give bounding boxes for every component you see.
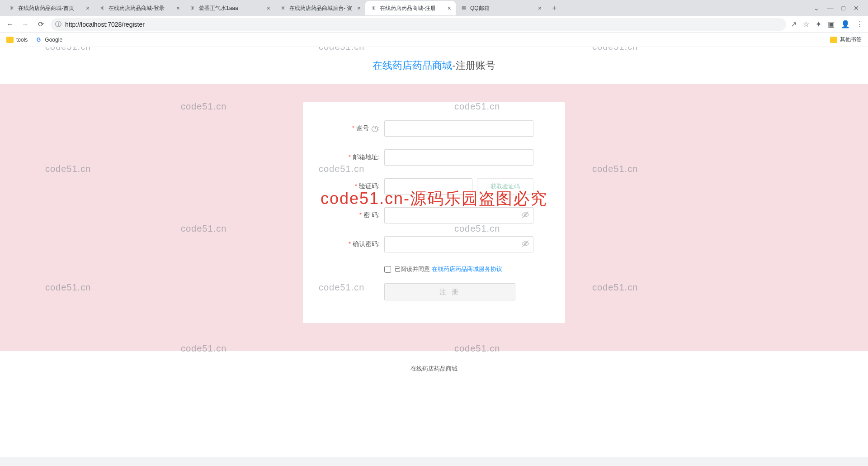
google-icon: G bbox=[35, 36, 42, 43]
close-icon[interactable]: × bbox=[176, 5, 180, 12]
agree-row: 已阅读并同意 在线药店药品商城服务协议 bbox=[316, 265, 552, 273]
title-link[interactable]: 在线药店药品商城 bbox=[373, 60, 452, 71]
back-button[interactable]: ← bbox=[5, 20, 15, 29]
window-controls: ⌄ — □ ✕ bbox=[814, 5, 864, 12]
bookmark-tools[interactable]: tools bbox=[6, 37, 28, 43]
code-input[interactable] bbox=[384, 178, 472, 195]
url-input[interactable]: ⓘ http://localhost:7028/register bbox=[51, 18, 786, 31]
page-content: 在线药店药品商城-注册账号 *账号 ?: *邮箱地址: *验证码: bbox=[0, 47, 868, 457]
label-account: *账号 ?: bbox=[316, 124, 384, 133]
bookmark-star-icon[interactable]: ☆ bbox=[803, 20, 809, 29]
favicon-icon: ✳ bbox=[189, 5, 196, 12]
close-window-icon[interactable]: ✕ bbox=[854, 5, 859, 12]
page-footer: 在线药店药品商城 bbox=[0, 351, 868, 378]
favicon-icon: ✳ bbox=[8, 5, 15, 12]
minimize-icon[interactable]: — bbox=[827, 5, 834, 12]
agree-checkbox[interactable] bbox=[384, 266, 391, 273]
close-icon[interactable]: × bbox=[86, 5, 90, 12]
favicon-icon: ✳ bbox=[279, 5, 287, 12]
close-icon[interactable]: × bbox=[267, 5, 270, 12]
agree-text: 已阅读并同意 bbox=[395, 265, 430, 273]
account-input[interactable] bbox=[384, 120, 533, 137]
bookmark-label: tools bbox=[16, 37, 28, 43]
bookmark-label: 其他书签 bbox=[840, 36, 862, 43]
tab-title: 藿香正气水1aaa bbox=[199, 5, 264, 12]
chevron-down-icon[interactable]: ⌄ bbox=[814, 5, 819, 12]
title-suffix: -注册账号 bbox=[452, 60, 495, 71]
tab-title: 在线药店药品商城-首页 bbox=[18, 5, 83, 12]
label-code: *验证码: bbox=[316, 182, 384, 190]
bookmark-google[interactable]: G Google bbox=[35, 36, 62, 43]
get-code-button[interactable]: 获取验证码 bbox=[477, 178, 533, 195]
label-password: *密 码: bbox=[316, 211, 384, 219]
tab-4-active[interactable]: ✳ 在线药店药品商城-注册 × bbox=[365, 1, 456, 15]
favicon-icon: ✉ bbox=[460, 5, 467, 12]
label-text: 账号 bbox=[356, 124, 369, 132]
browser-chrome: ✳ 在线药店药品商城-首页 × ✳ 在线药店药品商城-登录 × ✳ 藿香正气水1… bbox=[0, 0, 868, 47]
confirm-password-input[interactable] bbox=[384, 236, 533, 252]
reload-button[interactable]: ⟳ bbox=[35, 20, 46, 29]
tab-1[interactable]: ✳ 在线药店药品商城-登录 × bbox=[94, 1, 184, 15]
eye-off-icon[interactable] bbox=[522, 211, 529, 220]
url-text: http://localhost:7028/register bbox=[65, 21, 145, 28]
address-bar: ← → ⟳ ⓘ http://localhost:7028/register ↗… bbox=[0, 16, 868, 33]
row-confirm: *确认密码: bbox=[316, 236, 552, 252]
password-input[interactable] bbox=[384, 207, 533, 223]
tab-3[interactable]: ✳ 在线药店药品商城后台- 资 × bbox=[275, 1, 365, 15]
tab-title: 在线药店药品商城-注册 bbox=[380, 5, 445, 12]
maximize-icon[interactable]: □ bbox=[842, 5, 845, 12]
tab-2[interactable]: ✳ 藿香正气水1aaa × bbox=[184, 1, 275, 15]
submit-row: 注 册 bbox=[316, 283, 552, 300]
forward-button[interactable]: → bbox=[20, 20, 31, 29]
extensions-icon[interactable]: ✦ bbox=[816, 20, 821, 29]
close-icon[interactable]: × bbox=[538, 5, 542, 12]
label-text: 确认密码: bbox=[353, 240, 380, 247]
label-confirm: *确认密码: bbox=[316, 240, 384, 248]
favicon-icon: ✳ bbox=[370, 5, 377, 12]
row-password: *密 码: bbox=[316, 207, 552, 223]
page-title: 在线药店药品商城-注册账号 bbox=[0, 47, 868, 84]
row-code: *验证码: 获取验证码 bbox=[316, 178, 552, 195]
label-text: 验证码: bbox=[359, 182, 380, 190]
row-account: *账号 ?: bbox=[316, 120, 552, 137]
folder-icon bbox=[6, 37, 14, 43]
register-button[interactable]: 注 册 bbox=[384, 283, 515, 300]
eye-off-icon[interactable] bbox=[522, 240, 529, 249]
favicon-icon: ✳ bbox=[99, 5, 106, 12]
share-icon[interactable]: ↗ bbox=[791, 20, 797, 29]
profile-icon[interactable]: 👤 bbox=[841, 20, 850, 29]
tab-0[interactable]: ✳ 在线药店药品商城-首页 × bbox=[4, 1, 94, 15]
register-card: *账号 ?: *邮箱地址: *验证码: 获取验证码 bbox=[303, 102, 565, 323]
label-text: 邮箱地址: bbox=[353, 153, 380, 161]
new-tab-button[interactable]: + bbox=[548, 2, 561, 14]
tos-link[interactable]: 在线药店药品商城服务协议 bbox=[432, 265, 502, 273]
help-icon[interactable]: ? bbox=[372, 126, 378, 132]
email-input[interactable] bbox=[384, 149, 533, 166]
tab-title: 在线药店药品商城后台- 资 bbox=[289, 5, 354, 12]
tab-bar: ✳ 在线药店药品商城-首页 × ✳ 在线药店药品商城-登录 × ✳ 藿香正气水1… bbox=[0, 0, 868, 16]
label-email: *邮箱地址: bbox=[316, 153, 384, 162]
folder-icon bbox=[830, 37, 837, 43]
tab-5[interactable]: ✉ QQ邮箱 × bbox=[456, 1, 546, 15]
info-icon[interactable]: ⓘ bbox=[55, 20, 61, 29]
bookmark-other[interactable]: 其他书签 bbox=[830, 36, 862, 43]
tab-title: 在线药店药品商城-登录 bbox=[108, 5, 174, 12]
close-icon[interactable]: × bbox=[448, 5, 451, 12]
bookmark-label: Google bbox=[45, 37, 62, 43]
row-email: *邮箱地址: bbox=[316, 149, 552, 166]
menu-icon[interactable]: ⋮ bbox=[856, 20, 863, 29]
close-icon[interactable]: × bbox=[357, 5, 361, 12]
label-text: 密 码: bbox=[363, 211, 380, 219]
tab-title: QQ邮箱 bbox=[470, 5, 535, 12]
side-panel-icon[interactable]: ▣ bbox=[828, 20, 835, 29]
form-background: *账号 ?: *邮箱地址: *验证码: 获取验证码 bbox=[0, 84, 868, 351]
status-bar bbox=[0, 457, 868, 466]
bookmarks-bar: tools G Google 其他书签 bbox=[0, 33, 868, 47]
